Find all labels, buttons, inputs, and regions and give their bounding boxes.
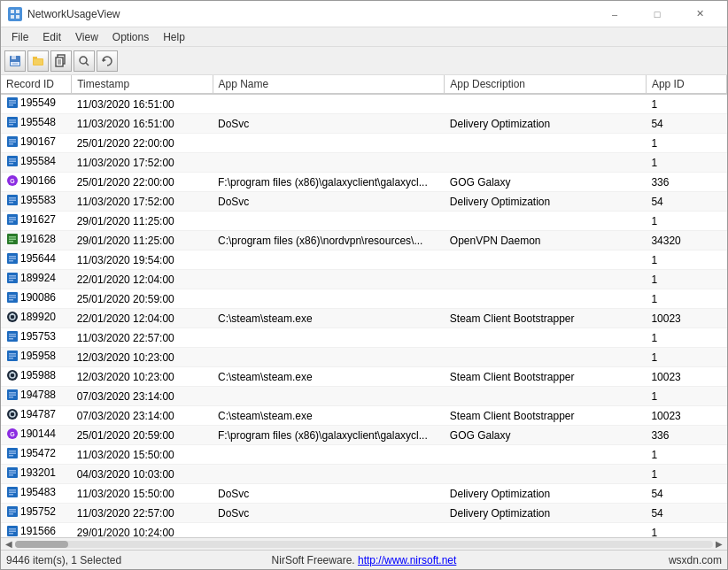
table-row[interactable]: 19156629/01/2020 10:24:001: [1, 523, 727, 538]
svg-rect-21: [9, 103, 16, 104]
table-row[interactable]: 19554811/03/2020 16:51:00DoSvcDelivery O…: [1, 114, 727, 134]
svg-point-72: [7, 370, 18, 381]
main-window: NetworkUsageView – □ ✕ File Edit View Op…: [0, 0, 728, 570]
horizontal-scrollbar[interactable]: ◀ ▶: [1, 537, 727, 550]
menu-options[interactable]: Options: [105, 29, 156, 45]
table-row[interactable]: 19547211/03/2020 15:50:001: [1, 445, 727, 465]
table-row[interactable]: 19162829/01/2020 11:25:00C:\program file…: [1, 231, 727, 250]
svg-rect-9: [33, 57, 37, 59]
table-row[interactable]: 18992422/01/2020 12:04:001: [1, 270, 727, 289]
svg-rect-97: [9, 509, 16, 511]
svg-rect-94: [9, 492, 16, 494]
toolbar-search-button[interactable]: [74, 50, 95, 72]
svg-text:G: G: [10, 178, 15, 184]
svg-rect-59: [9, 297, 16, 299]
col-timestamp[interactable]: Timestamp: [72, 75, 213, 94]
table-row[interactable]: 19320104/03/2020 10:03:001: [1, 465, 727, 484]
svg-rect-48: [9, 241, 13, 243]
svg-rect-87: [9, 455, 13, 457]
svg-rect-71: [9, 358, 13, 359]
svg-rect-55: [9, 278, 16, 280]
svg-point-79: [7, 409, 18, 420]
col-record-id[interactable]: Record ID: [1, 75, 72, 94]
svg-rect-85: [9, 451, 16, 452]
data-table: Record ID Timestamp App Name App Descrip…: [1, 75, 727, 537]
table-row[interactable]: 19478807/03/2020 23:14:001: [1, 387, 727, 406]
menu-file[interactable]: File: [4, 29, 35, 45]
svg-rect-98: [9, 512, 16, 513]
toolbar-open-button[interactable]: [27, 50, 49, 72]
scroll-right-arrow[interactable]: ▶: [713, 539, 725, 549]
status-website-link[interactable]: http://www.nirsoft.net: [358, 554, 456, 566]
table-body: 19554911/03/2020 16:51:00119554811/03/20…: [1, 94, 727, 537]
table-row[interactable]: 19558411/03/2020 17:52:001: [1, 153, 727, 173]
svg-rect-76: [9, 392, 16, 394]
svg-rect-51: [9, 258, 16, 260]
svg-rect-25: [9, 122, 16, 124]
svg-rect-95: [9, 494, 13, 496]
svg-rect-78: [9, 397, 13, 398]
app-icon: [8, 7, 22, 21]
svg-rect-29: [9, 142, 16, 143]
menu-view[interactable]: View: [68, 29, 105, 45]
svg-rect-38: [9, 197, 16, 199]
svg-rect-67: [9, 338, 13, 340]
menu-bar: File Edit View Options Help: [1, 27, 727, 47]
table-row[interactable]: 19575211/03/2020 22:57:00DoSvcDelivery O…: [1, 504, 727, 523]
table-row[interactable]: 19595812/03/2020 10:23:001: [1, 348, 727, 367]
maximize-button[interactable]: □: [637, 1, 678, 27]
svg-rect-20: [9, 100, 16, 102]
scroll-thumb-h[interactable]: [15, 541, 68, 548]
toolbar-copy-button[interactable]: [50, 50, 72, 72]
svg-rect-2: [11, 15, 14, 19]
minimize-button[interactable]: –: [594, 1, 635, 27]
svg-rect-40: [9, 202, 13, 204]
svg-point-81: [12, 411, 13, 412]
status-item-count: 9446 item(s), 1 Selected: [6, 554, 244, 566]
svg-rect-44: [9, 221, 13, 223]
status-freeware: NirSoft Freeware. http://www.nirsoft.net: [244, 554, 483, 566]
table-row[interactable]: 19162729/01/2020 11:25:001: [1, 212, 727, 231]
col-app-name[interactable]: App Name: [213, 75, 445, 94]
svg-rect-42: [9, 217, 16, 219]
col-app-id[interactable]: App ID: [646, 75, 726, 94]
toolbar-save-button[interactable]: [4, 50, 26, 72]
menu-help[interactable]: Help: [156, 29, 192, 45]
table-row[interactable]: 19558311/03/2020 17:52:00DoSvcDelivery O…: [1, 192, 727, 212]
close-button[interactable]: ✕: [679, 1, 720, 27]
svg-rect-1: [16, 10, 19, 13]
table-row[interactable]: 19008625/01/2020 20:59:001: [1, 289, 727, 309]
svg-rect-26: [9, 124, 13, 126]
col-app-desc[interactable]: App Description: [445, 75, 647, 94]
svg-rect-0: [11, 10, 14, 13]
table-row[interactable]: G19016625/01/2020 22:00:00F:\program fil…: [1, 173, 727, 192]
table-row[interactable]: 19564411/03/2020 19:54:001: [1, 250, 727, 270]
svg-rect-58: [9, 295, 16, 297]
svg-rect-10: [34, 59, 43, 65]
scroll-left-arrow[interactable]: ◀: [3, 539, 15, 549]
table-row[interactable]: 19478707/03/2020 23:14:00C:\steam\steam.…: [1, 406, 727, 426]
window-controls: – □ ✕: [594, 1, 720, 27]
svg-point-74: [12, 372, 13, 374]
menu-edit[interactable]: Edit: [35, 29, 68, 45]
svg-rect-50: [9, 256, 16, 258]
svg-line-17: [86, 63, 89, 65]
svg-rect-54: [9, 275, 16, 277]
svg-rect-77: [9, 395, 16, 397]
title-bar-left: NetworkUsageView: [8, 7, 120, 21]
table-row[interactable]: G19014425/01/2020 20:59:00F:\program fil…: [1, 426, 727, 445]
table-row[interactable]: 19598812/03/2020 10:23:00C:\steam\steam.…: [1, 367, 727, 387]
toolbar: [1, 47, 727, 75]
svg-rect-24: [9, 119, 16, 121]
table-row[interactable]: 19554911/03/2020 16:51:001: [1, 94, 727, 114]
svg-rect-103: [9, 533, 13, 535]
table-row[interactable]: 19548311/03/2020 15:50:00DoSvcDelivery O…: [1, 484, 727, 504]
svg-rect-46: [9, 236, 16, 238]
table-row[interactable]: 19575311/03/2020 22:57:001: [1, 328, 727, 348]
toolbar-refresh-button[interactable]: [97, 50, 118, 72]
table-row[interactable]: 18992022/01/2020 12:04:00C:\steam\steam.…: [1, 309, 727, 328]
table-container[interactable]: Record ID Timestamp App Name App Descrip…: [1, 75, 727, 537]
svg-rect-93: [9, 489, 16, 491]
table-row[interactable]: 19016725/01/2020 22:00:001: [1, 134, 727, 153]
svg-rect-3: [16, 15, 19, 19]
